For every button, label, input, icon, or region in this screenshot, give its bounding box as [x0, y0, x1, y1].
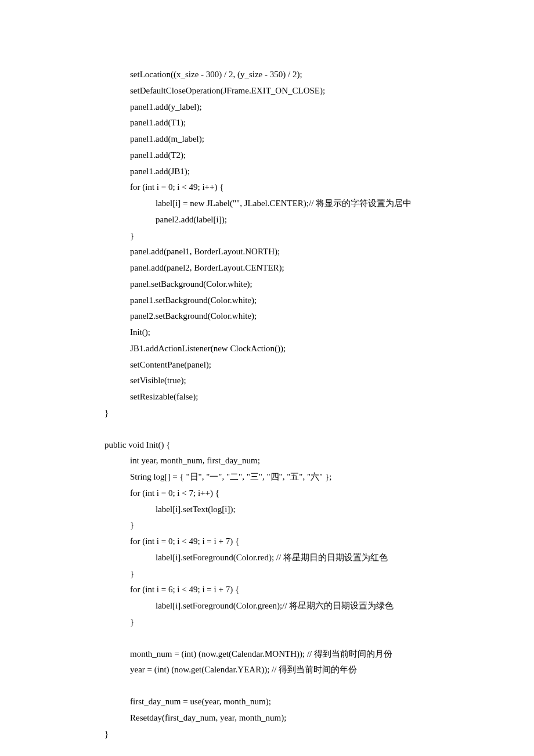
code-line: for (int i = 6; i < 49; i = i + 7) {	[104, 582, 482, 598]
code-line: Resetday(first_day_num, year, month_num)…	[104, 710, 482, 726]
blank-line	[104, 631, 482, 646]
code-line: JB1.addActionListener(new ClockAction())…	[104, 341, 482, 357]
code-line: month_num = (int) (now.get(Calendar.MONT…	[104, 646, 482, 663]
code-line: }	[104, 566, 482, 582]
code-line: public void Init() {	[104, 437, 482, 453]
code-line: setLocation((x_size - 300) / 2, (y_size …	[104, 67, 482, 83]
code-line: panel1.add(y_label);	[104, 99, 482, 116]
code-line: first_day_num = use(year, month_num);	[104, 694, 482, 710]
code-line: Init();	[104, 325, 482, 341]
code-line: for (int i = 0; i < 49; i++) {	[104, 179, 482, 196]
blank-line	[104, 678, 482, 694]
code-line: label[i].setForeground(Color.red); // 将星…	[104, 550, 482, 566]
code-line: }	[104, 228, 482, 244]
code-line: panel1.add(m_label);	[104, 131, 482, 147]
code-line: label[i].setText(log[i]);	[104, 502, 482, 518]
code-line: label[i] = new JLabel("", JLabel.CENTER)…	[104, 196, 482, 212]
code-line: for (int i = 0; i < 7; i++) {	[104, 485, 482, 502]
code-line: int year, month_num, first_day_num;	[104, 453, 482, 469]
code-line: setResizable(false);	[104, 389, 482, 405]
code-line: }	[104, 614, 482, 631]
code-line: panel2.add(label[i]);	[104, 212, 482, 228]
code-line: }	[104, 517, 482, 534]
code-line: setContentPane(panel);	[104, 357, 482, 373]
blank-line	[104, 422, 482, 437]
code-line: String log[] = { "日", "一", "二", "三", "四"…	[104, 469, 482, 485]
code-line: panel2.setBackground(Color.white);	[104, 308, 482, 325]
blank-line	[104, 742, 482, 756]
code-line: setDefaultCloseOperation(JFrame.EXIT_ON_…	[104, 83, 482, 99]
code-line: panel1.add(JB1);	[104, 164, 482, 180]
code-content: setLocation((x_size - 300) / 2, (y_size …	[104, 67, 482, 756]
code-line: for (int i = 0; i < 49; i = i + 7) {	[104, 534, 482, 550]
code-line: panel.add(panel2, BorderLayout.CENTER);	[104, 260, 482, 276]
code-line: panel1.add(T1);	[104, 115, 482, 131]
code-line: panel1.setBackground(Color.white);	[104, 293, 482, 309]
code-line: label[i].setForeground(Color.green);// 将…	[104, 598, 482, 614]
code-line: panel.add(panel1, BorderLayout.NORTH);	[104, 244, 482, 260]
code-line: }	[104, 726, 482, 743]
code-line: panel.setBackground(Color.white);	[104, 276, 482, 293]
code-line: }	[104, 405, 482, 422]
code-line: year = (int) (now.get(Calendar.YEAR)); /…	[104, 662, 482, 678]
code-line: setVisible(true);	[104, 373, 482, 389]
code-line: panel1.add(T2);	[104, 147, 482, 164]
